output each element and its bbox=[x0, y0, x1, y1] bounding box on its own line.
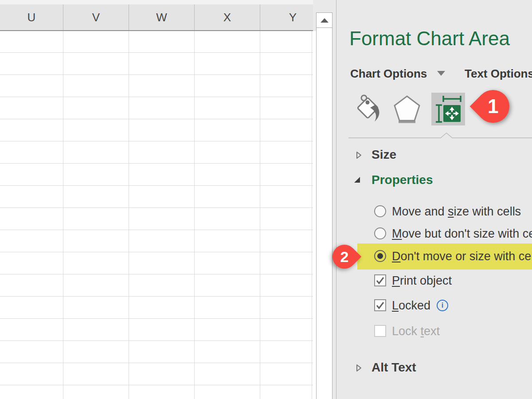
accelerator-letter: s bbox=[448, 205, 454, 218]
gridline-vertical bbox=[194, 31, 195, 399]
label-text: ize with cells bbox=[454, 205, 521, 218]
section-alt-text[interactable]: Alt Text bbox=[372, 360, 416, 375]
accelerator-letter: P bbox=[392, 274, 400, 287]
accelerator-letter: L bbox=[392, 299, 399, 312]
tab-text-options[interactable]: Text Options bbox=[465, 66, 532, 81]
gridline-vertical bbox=[312, 31, 312, 399]
size-properties-icon-selected[interactable] bbox=[431, 93, 465, 125]
radio-dont-move-label[interactable]: Don't move or size with cells bbox=[392, 249, 532, 264]
checkbox-locked-label[interactable]: Locked bbox=[392, 298, 430, 313]
vertical-scrollbar[interactable] bbox=[316, 12, 332, 399]
label-text: rint object bbox=[400, 274, 452, 287]
pane-divider bbox=[336, 0, 336, 399]
chevron-down-icon[interactable] bbox=[437, 71, 445, 76]
worksheet-grid[interactable] bbox=[0, 31, 313, 399]
section-size[interactable]: Size bbox=[372, 147, 396, 162]
collapse-triangle-icon bbox=[356, 364, 362, 372]
radio-move-and-size-label[interactable]: Move and size with cells bbox=[392, 204, 521, 219]
checkbox-print-object-label[interactable]: Print object bbox=[392, 273, 452, 288]
checkbox-lock-text-label: Lock text bbox=[392, 324, 440, 339]
up-arrow-icon bbox=[321, 18, 329, 23]
label-text: ocked bbox=[399, 299, 430, 312]
label-text: ext bbox=[424, 325, 440, 338]
toolbar-separator bbox=[348, 132, 532, 139]
gridline-vertical bbox=[129, 31, 129, 399]
checkbox-print-object[interactable] bbox=[374, 274, 386, 286]
effects-icon[interactable] bbox=[393, 95, 421, 124]
checkbox-lock-text-disabled bbox=[374, 325, 386, 337]
callout-number: 1 bbox=[488, 95, 498, 117]
collapse-triangle-icon bbox=[356, 151, 362, 159]
accelerator-letter: M bbox=[392, 227, 402, 240]
worksheet-top-strip bbox=[0, 0, 313, 4]
callout-number: 2 bbox=[340, 248, 349, 265]
section-properties[interactable]: Properties bbox=[372, 172, 433, 188]
label-text: Lock bbox=[392, 325, 421, 338]
radio-dont-move-selected[interactable] bbox=[374, 250, 386, 262]
expand-triangle-icon bbox=[353, 176, 361, 184]
column-header-v[interactable]: V bbox=[63, 4, 129, 30]
radio-move-no-size-label[interactable]: Move but don't size with cells bbox=[392, 226, 532, 241]
task-pane-background bbox=[313, 0, 532, 399]
size-properties-icon bbox=[431, 93, 465, 125]
column-header-row: U V W X Y bbox=[0, 4, 313, 31]
accelerator-letter: D bbox=[392, 250, 401, 263]
label-text: Move and bbox=[392, 205, 448, 218]
checkmark-icon bbox=[375, 275, 385, 286]
gridline-vertical bbox=[63, 31, 63, 399]
info-icon[interactable]: i bbox=[437, 300, 448, 311]
column-header-y[interactable]: Y bbox=[260, 4, 313, 30]
column-header-x[interactable]: X bbox=[195, 4, 260, 30]
checkbox-locked[interactable] bbox=[374, 299, 386, 311]
radio-move-and-size[interactable] bbox=[374, 205, 386, 217]
label-text: on't move or size with cells bbox=[401, 250, 532, 263]
grid-edge-sliver bbox=[313, 31, 316, 399]
radio-move-no-size[interactable] bbox=[374, 227, 386, 239]
gridline-vertical bbox=[260, 31, 260, 399]
fill-line-icon[interactable] bbox=[352, 94, 384, 123]
column-header-u[interactable]: U bbox=[0, 4, 63, 30]
checkmark-icon bbox=[375, 300, 385, 310]
scrollbar-up-button[interactable] bbox=[316, 12, 332, 28]
pane-title: Format Chart Area bbox=[349, 27, 510, 50]
column-header-w[interactable]: W bbox=[129, 4, 195, 30]
label-text: ove but don't size with cells bbox=[402, 227, 532, 240]
tab-chart-options[interactable]: Chart Options bbox=[350, 66, 427, 81]
accelerator-letter: t bbox=[421, 325, 424, 338]
